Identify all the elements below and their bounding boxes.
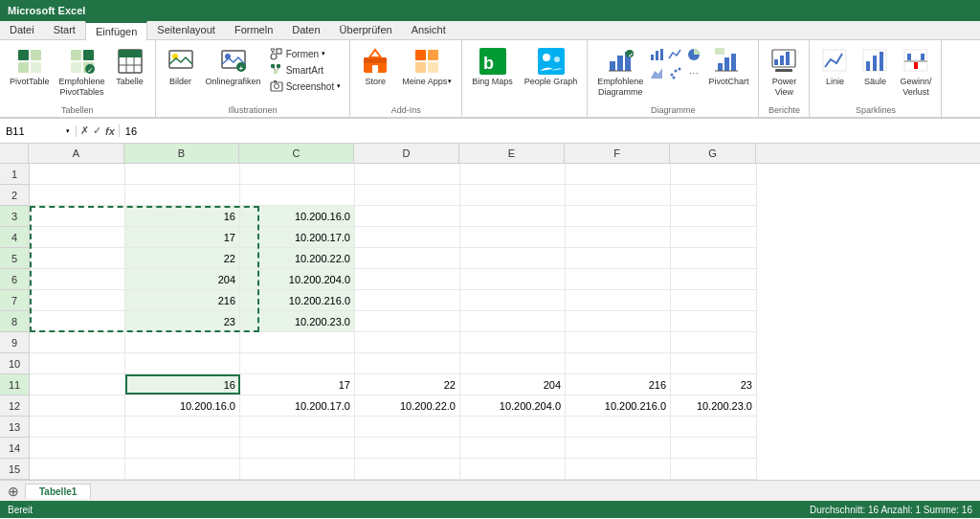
cell-G13[interactable]: [671, 417, 757, 437]
row-header-15[interactable]: 15: [0, 459, 29, 480]
cell-C5[interactable]: 10.200.22.0: [240, 248, 355, 268]
cell-B10[interactable]: [125, 353, 240, 373]
row-header-4[interactable]: 4: [0, 227, 29, 248]
cell-E4[interactable]: [460, 227, 566, 247]
cell-E12[interactable]: 10.200.204.0: [460, 395, 566, 416]
cell-G7[interactable]: [671, 290, 757, 310]
cell-F7[interactable]: [566, 290, 671, 310]
cell-A11[interactable]: [30, 374, 125, 395]
cell-B2[interactable]: [125, 185, 240, 205]
online-grafiken-button[interactable]: + Onlinegrafiken: [202, 44, 265, 88]
cell-G1[interactable]: [671, 164, 757, 184]
cell-G9[interactable]: [671, 332, 757, 352]
gewinn-verlust-button[interactable]: Gewinn/Verlust: [896, 44, 935, 100]
cell-E8[interactable]: [460, 311, 566, 331]
add-sheet-button[interactable]: ⊕: [4, 483, 23, 500]
cell-D4[interactable]: [355, 227, 460, 247]
row-header-6[interactable]: 6: [0, 269, 29, 290]
saule-button[interactable]: Säule: [856, 44, 894, 88]
cell-B8[interactable]: 23: [125, 311, 240, 331]
tab-ueberprufen[interactable]: Überprüfen: [330, 21, 402, 39]
tab-ansicht[interactable]: Ansicht: [402, 21, 456, 39]
tab-datei[interactable]: Datei: [0, 21, 44, 39]
cell-C3[interactable]: 10.200.16.0: [240, 206, 355, 226]
cell-C8[interactable]: 10.200.23.0: [240, 311, 355, 331]
cell-G5[interactable]: [671, 248, 757, 268]
cell-G11[interactable]: 23: [671, 374, 757, 395]
cell-B14[interactable]: [125, 438, 240, 458]
cell-F4[interactable]: [566, 227, 671, 247]
cell-A15[interactable]: [30, 459, 125, 479]
row-header-3[interactable]: 3: [0, 206, 29, 227]
cell-C14[interactable]: [240, 438, 355, 458]
cell-A5[interactable]: [30, 248, 125, 268]
formen-button[interactable]: Formen ▾: [267, 46, 345, 61]
linie-button[interactable]: Linie: [815, 44, 854, 88]
store-button[interactable]: Store: [356, 44, 394, 88]
cell-B7[interactable]: 216: [125, 290, 240, 310]
cell-F3[interactable]: [566, 206, 671, 226]
cell-E1[interactable]: [460, 164, 566, 184]
cell-E13[interactable]: [460, 417, 566, 437]
cell-A9[interactable]: [30, 332, 125, 352]
tab-formeln[interactable]: Formeln: [225, 21, 282, 39]
power-view-button[interactable]: PowerView: [765, 44, 803, 100]
cell-A8[interactable]: [30, 311, 125, 331]
cell-E5[interactable]: [460, 248, 566, 268]
cell-F10[interactable]: [566, 353, 671, 373]
cell-A3[interactable]: [30, 206, 125, 226]
col-header-E[interactable]: E: [459, 144, 565, 163]
cell-F8[interactable]: [566, 311, 671, 331]
cell-D3[interactable]: [355, 206, 460, 226]
row-header-5[interactable]: 5: [0, 248, 29, 269]
cell-E11[interactable]: 204: [460, 374, 566, 395]
cell-F5[interactable]: [566, 248, 671, 268]
cell-A10[interactable]: [30, 353, 125, 373]
col-header-C[interactable]: C: [239, 144, 354, 163]
chart-bar-button[interactable]: [649, 46, 666, 63]
cell-D2[interactable]: [355, 185, 460, 205]
cell-F13[interactable]: [566, 417, 671, 437]
cell-F15[interactable]: [566, 459, 671, 479]
cell-D15[interactable]: [355, 459, 460, 479]
cell-G14[interactable]: [671, 438, 757, 458]
cell-C10[interactable]: [240, 353, 355, 373]
cell-B6[interactable]: 204: [125, 269, 240, 289]
cell-E3[interactable]: [460, 206, 566, 226]
row-header-11[interactable]: 11: [0, 374, 29, 395]
cell-B12[interactable]: 10.200.16.0: [125, 395, 240, 416]
empfohlene-diagramme-button[interactable]: ✓ EmpfohleneDiagramme: [593, 44, 647, 100]
row-header-2[interactable]: 2: [0, 185, 29, 206]
table-button[interactable]: Tabelle: [111, 44, 149, 88]
row-header-9[interactable]: 9: [0, 332, 29, 353]
cell-E10[interactable]: [460, 353, 566, 373]
cell-A7[interactable]: [30, 290, 125, 310]
row-header-8[interactable]: 8: [0, 311, 29, 332]
col-header-F[interactable]: F: [565, 144, 670, 163]
cell-G10[interactable]: [671, 353, 757, 373]
people-graph-button[interactable]: People Graph: [521, 44, 582, 88]
tab-seitenlayout[interactable]: Seitenlayout: [147, 21, 225, 39]
cell-A14[interactable]: [30, 438, 125, 458]
bing-maps-button[interactable]: b Bing Maps: [468, 44, 517, 88]
cell-D8[interactable]: [355, 311, 460, 331]
cell-G4[interactable]: [671, 227, 757, 247]
row-header-10[interactable]: 10: [0, 353, 29, 374]
cell-A4[interactable]: [30, 227, 125, 247]
col-header-G[interactable]: G: [670, 144, 756, 163]
row-header-7[interactable]: 7: [0, 290, 29, 311]
row-header-1[interactable]: 1: [0, 164, 29, 185]
cell-G6[interactable]: [671, 269, 757, 289]
cell-F14[interactable]: [566, 438, 671, 458]
cell-B5[interactable]: 22: [125, 248, 240, 268]
cell-F2[interactable]: [566, 185, 671, 205]
cell-D6[interactable]: [355, 269, 460, 289]
cell-G12[interactable]: 10.200.23.0: [671, 395, 757, 416]
cell-B15[interactable]: [125, 459, 240, 479]
cell-C12[interactable]: 10.200.17.0: [240, 395, 355, 416]
cell-D10[interactable]: [355, 353, 460, 373]
cell-D9[interactable]: [355, 332, 460, 352]
cell-B3[interactable]: 16: [125, 206, 240, 226]
cell-A6[interactable]: [30, 269, 125, 289]
bilder-button[interactable]: Bilder: [162, 44, 200, 88]
